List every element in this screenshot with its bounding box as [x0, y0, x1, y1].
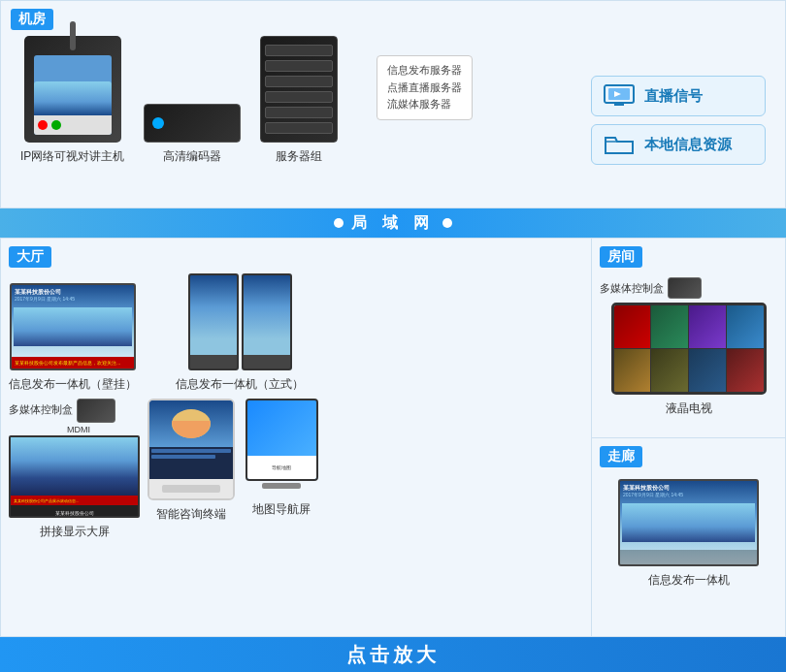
display-stand-label: 信息发布一体机（立式）	[176, 376, 304, 393]
zoulang-content: 某某科技股份公司 2017年9月9日 星期六 14:45 信息发布一体机	[600, 479, 777, 589]
click-enlarge-label: 点击放大	[346, 642, 440, 668]
splice-screen-image: 某某科技股份公司产品展示滚动信息... 某某科技股份公司	[9, 435, 140, 518]
local-resource-box[interactable]: 本地信息资源	[591, 124, 766, 165]
display-stand-2	[242, 273, 292, 370]
server-desc-line3: 流媒体服务器	[387, 98, 451, 110]
fangjian-multimedia: 多媒体控制盒	[600, 277, 777, 299]
jifang-label: 机房	[11, 9, 53, 30]
lan-banner: 局 域 网	[0, 208, 786, 238]
encoder-label: 高清编码器	[163, 148, 221, 165]
display-stand-1	[188, 273, 239, 370]
smart-kiosk-label: 智能咨询终端	[156, 506, 226, 523]
section-jifang: 机房 IP网络可视对讲主机 高清编码器	[0, 0, 786, 208]
lan-label: 局 域 网	[351, 213, 436, 234]
device-intercom: IP网络可视对讲主机	[20, 36, 124, 165]
mdmi-label: MDMI	[67, 425, 140, 434]
zoulang-label: 走廊	[600, 446, 642, 467]
signal-boxes: 直播信号 本地信息资源	[591, 76, 766, 165]
jifang-content: IP网络可视对讲主机 高清编码器 服务器组	[11, 36, 775, 165]
info-display-zoulang-label: 信息发布一体机	[648, 572, 730, 589]
live-signal-label: 直播信号	[644, 87, 703, 106]
section-dating: 大厅 某某科技股份公司 2017年9月9日 星期六 14:45	[0, 238, 592, 637]
folder-icon	[602, 131, 637, 158]
lan-dot-left	[334, 218, 344, 228]
multimedia-label-dating: 多媒体控制盒	[9, 402, 73, 417]
device-info-display-zoulang: 某某科技股份公司 2017年9月9日 星期六 14:45 信息发布一体机	[600, 479, 777, 589]
live-signal-box[interactable]: 直播信号	[591, 76, 766, 116]
tv-label: 液晶电视	[666, 400, 712, 417]
device-encoder: 高清编码器	[144, 104, 241, 165]
intercom-image	[24, 36, 121, 143]
intercom-label: IP网络可视对讲主机	[20, 148, 124, 165]
fangjian-label: 房间	[600, 246, 642, 268]
device-server: 服务器组	[260, 36, 338, 165]
display-wall-label: 信息发布一体机（壁挂）	[9, 376, 137, 393]
display-wall-image: 某某科技股份公司 2017年9月9日 星期六 14:45 某某科技股份公司发布最…	[10, 283, 136, 370]
main-container: 机房 IP网络可视对讲主机 高清编码器	[0, 0, 786, 672]
smart-kiosk-image	[147, 399, 235, 500]
tv-image	[611, 303, 767, 395]
device-display-wall: 某某科技股份公司 2017年9月9日 星期六 14:45 某某科技股份公司发布最…	[9, 283, 137, 393]
section-fangjian-zoulang: 房间 多媒体控制盒	[592, 238, 786, 637]
device-tv: 液晶电视	[600, 303, 777, 417]
splice-screen-group: 多媒体控制盒 MDMI 某某科技股份公司产品展示滚动信息...	[9, 399, 140, 540]
device-map-nav: 导航地图 地图导航屏	[243, 399, 320, 518]
fangjian-content: 多媒体控制盒	[600, 277, 777, 417]
dating-bottom-area: 多媒体控制盒 MDMI 某某科技股份公司产品展示滚动信息...	[9, 399, 583, 540]
multimedia-box-dating	[77, 399, 115, 423]
section-fangjian: 房间 多媒体控制盒	[592, 239, 785, 438]
dating-top-row: 某某科技股份公司 2017年9月9日 星期六 14:45 某某科技股份公司发布最…	[9, 273, 583, 393]
local-resource-label: 本地信息资源	[644, 136, 732, 154]
server-desc-line1: 信息发布服务器	[387, 64, 462, 76]
server-desc-area: 信息发布服务器 点播直播服务器 流媒体服务器	[377, 55, 473, 120]
info-display-zoulang-image: 某某科技股份公司 2017年9月9日 星期六 14:45	[618, 479, 759, 566]
encoder-image	[144, 104, 241, 143]
device-smart-kiosk: 智能咨询终端	[147, 399, 235, 523]
multimedia-box-fangjian	[668, 277, 702, 299]
server-image	[260, 36, 338, 143]
section-zoulang: 走廊 某某科技股份公司 2017年9月9日 星期六 14:45	[592, 438, 785, 637]
map-nav-label: 地图导航屏	[252, 501, 311, 518]
multimedia-label-fangjian: 多媒体控制盒	[600, 281, 664, 296]
bottom-sections: 大厅 某某科技股份公司 2017年9月9日 星期六 14:45	[0, 238, 786, 637]
tv-icon	[602, 82, 637, 110]
display-stand-image	[188, 273, 292, 370]
splice-screen-label: 拼接显示大屏	[40, 524, 110, 540]
map-nav-image: 导航地图	[243, 399, 320, 496]
lan-dot-right	[442, 218, 452, 228]
dating-label: 大厅	[9, 246, 51, 268]
server-desc-box: 信息发布服务器 点播直播服务器 流媒体服务器	[377, 55, 473, 120]
server-label: 服务器组	[276, 148, 322, 165]
server-desc-line2: 点播直播服务器	[387, 81, 462, 93]
device-splice-screen: 某某科技股份公司产品展示滚动信息... 某某科技股份公司 拼接显示大屏	[9, 435, 140, 540]
device-display-stand: 信息发布一体机（立式）	[176, 273, 304, 393]
click-enlarge-banner[interactable]: 点击放大	[0, 637, 786, 672]
display-wall-ticker: 某某科技股份公司发布最新产品信息，欢迎关注...	[12, 357, 134, 368]
